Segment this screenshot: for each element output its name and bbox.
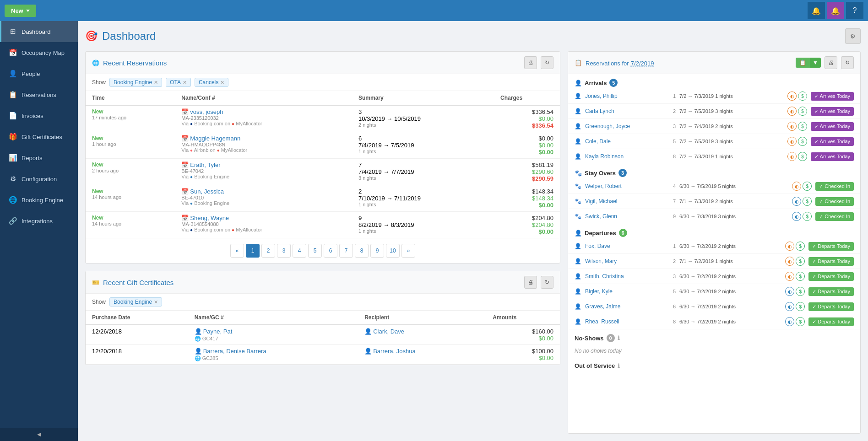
sidebar-item-occupancy-map[interactable]: 📅 Occupancy Map — [0, 42, 78, 63]
person-name-link[interactable]: Maggie Hagemann — [190, 135, 240, 142]
person-name-link[interactable]: Sun, Jessica — [190, 188, 224, 195]
new-button[interactable]: New — [5, 5, 36, 17]
stopover-name-link[interactable]: Welper, Robert — [585, 183, 658, 189]
gift-certs-refresh-button[interactable]: ↻ — [541, 276, 553, 289]
filter-ota[interactable]: OTA ✕ — [166, 78, 191, 87]
page-8-button[interactable]: 8 — [355, 244, 369, 258]
via-text: Via ● Booking.com on ● MyAllocator — [181, 121, 346, 126]
sidebar-item-integrations[interactable]: 🔗 Integrations — [0, 210, 78, 231]
page-2-button[interactable]: 2 — [261, 244, 275, 258]
departs-today-button[interactable]: ✓ Departs Today — [808, 317, 854, 326]
filter-booking-engine[interactable]: Booking Engine ✕ — [109, 78, 162, 87]
departs-today-button[interactable]: ✓ Departs Today — [808, 257, 854, 266]
arrival-name-link[interactable]: Carla Lynch — [585, 108, 658, 114]
departs-today-button[interactable]: ✓ Departs Today — [808, 272, 854, 281]
export-button[interactable]: 📋 — [796, 58, 810, 68]
page-settings-button[interactable]: ⚙ — [845, 28, 861, 44]
person-name-link[interactable]: Erath, Tyler — [190, 161, 220, 168]
reservations-refresh-button[interactable]: ↻ — [541, 56, 553, 69]
departure-name-link[interactable]: Rhea, Russell — [585, 318, 658, 325]
notification-icon-btn[interactable]: 🔔 — [827, 2, 844, 19]
departure-name-link[interactable]: Bigler, Kyle — [585, 288, 658, 295]
sidebar-item-invoices[interactable]: 📄 Invoices — [0, 105, 78, 126]
page-10-button[interactable]: 10 — [386, 244, 400, 258]
departure-name-link[interactable]: Smith, Christina — [585, 273, 658, 280]
checked-in-button[interactable]: ✓ Checked In — [815, 197, 854, 206]
conf-number: BE-47042 — [181, 168, 346, 174]
gc-date: 12/20/2018 — [86, 345, 188, 365]
departure-name-link[interactable]: Wilson, Mary — [585, 258, 658, 264]
today-refresh-button[interactable]: ↻ — [841, 56, 854, 69]
arrival-name-link[interactable]: Cole, Dale — [585, 138, 658, 145]
charge-total: $0.00 — [500, 135, 553, 142]
arrives-today-button[interactable]: ✓ Arrives Today — [811, 107, 854, 116]
sidebar-collapse-button[interactable]: ◀ — [0, 428, 78, 441]
departure-room: 5 — [662, 289, 676, 294]
gc-name-link[interactable]: Barrera, Denise Barrera — [203, 348, 266, 355]
no-shows-info-icon[interactable]: ℹ — [618, 335, 620, 341]
gc-recipient-link[interactable]: Clark, Dave — [373, 328, 404, 335]
gift-certs-print-button[interactable]: 🖨 — [524, 276, 537, 289]
arrival-name-link[interactable]: Greenough, Joyce — [585, 123, 658, 129]
person-name-link[interactable]: Sheng, Wayne — [190, 215, 229, 221]
reservations-print-button[interactable]: 🖨 — [524, 56, 537, 69]
sidebar-label-occupancy-map: Occupancy Map — [22, 49, 65, 56]
calendar-icon: 📅 — [181, 188, 189, 195]
page-6-button[interactable]: 6 — [324, 244, 337, 258]
bell-icon-btn[interactable]: 🔔 — [808, 2, 825, 19]
sidebar-item-reports[interactable]: 📊 Reports — [0, 147, 78, 168]
page-5-button[interactable]: 5 — [308, 244, 322, 258]
page-next-button[interactable]: » — [401, 244, 415, 258]
charge-due: $0.00 — [500, 202, 553, 209]
sidebar-label-configuration: Configuration — [22, 176, 57, 183]
via-text: Via ● Airbnb on ● MyAllocator — [181, 147, 346, 153]
departure-name-link[interactable]: Graves, Jaime — [585, 303, 658, 310]
checked-in-button[interactable]: ✓ Checked In — [815, 182, 854, 191]
page-prev-button[interactable]: « — [230, 244, 244, 258]
summary-dates: 8/2/2019 → 8/3/2019 — [358, 221, 488, 228]
arrives-today-button[interactable]: ✓ Arrives Today — [811, 152, 854, 161]
page-1-button[interactable]: 1 — [246, 244, 260, 258]
arrives-today-button[interactable]: ✓ Arrives Today — [811, 92, 854, 101]
gc-filter-booking-engine[interactable]: Booking Engine ✕ — [109, 297, 162, 307]
out-of-service-info-icon[interactable]: ℹ — [618, 363, 620, 369]
two-column-layout: 🌐 Recent Reservations 🖨 ↻ Show Booking E… — [85, 51, 861, 434]
charge-paid: $148.34 — [500, 195, 553, 202]
remove-cancels-icon[interactable]: ✕ — [220, 80, 224, 86]
reservations-today-date[interactable]: 7/2/2019 — [631, 60, 654, 67]
remove-booking-engine-icon[interactable]: ✕ — [154, 80, 158, 86]
arrives-today-button[interactable]: ✓ Arrives Today — [811, 137, 854, 146]
checked-in-button[interactable]: ✓ Checked In — [815, 212, 854, 221]
remove-ota-icon[interactable]: ✕ — [183, 80, 187, 86]
help-icon-btn[interactable]: ? — [846, 2, 863, 19]
filter-cancels[interactable]: Cancels ✕ — [195, 78, 228, 87]
arrival-name-link[interactable]: Jones, Phillip — [585, 93, 658, 99]
today-print-button[interactable]: 🖨 — [825, 56, 837, 69]
page-4-button[interactable]: 4 — [293, 244, 306, 258]
page-9-button[interactable]: 9 — [370, 244, 384, 258]
export-caret-button[interactable]: ▼ — [810, 58, 821, 68]
sidebar-item-people[interactable]: 👤 People — [0, 63, 78, 84]
gc-recipient-link[interactable]: Barrera, Joshua — [373, 348, 416, 355]
gc-remove-booking-engine-icon[interactable]: ✕ — [154, 299, 158, 305]
stopover-name-link[interactable]: Swick, Glenn — [585, 213, 658, 220]
departs-today-button[interactable]: ✓ Departs Today — [808, 287, 854, 296]
departure-name-link[interactable]: Fox, Dave — [585, 243, 658, 249]
sidebar-item-booking-engine[interactable]: 🌐 Booking Engine — [0, 189, 78, 210]
list-item: 🐾 Vigil, Michael 7 7/1 → 7/3/2019 2 nigh… — [568, 194, 860, 209]
arrives-today-button[interactable]: ✓ Arrives Today — [811, 122, 854, 131]
person-name-link[interactable]: voss, joseph — [190, 108, 223, 115]
sidebar-item-configuration[interactable]: ⚙ Configuration — [0, 168, 78, 189]
table-row: New 2 hours ago 📅Erath, Tyler BE-47042 V… — [86, 159, 560, 185]
sidebar-item-reservations[interactable]: 📋 Reservations — [0, 84, 78, 105]
page-3-button[interactable]: 3 — [277, 244, 291, 258]
arrival-name-link[interactable]: Kayla Robinson — [585, 153, 658, 160]
gift-certs-card-icon: 🎫 — [92, 279, 99, 286]
page-7-button[interactable]: 7 — [339, 244, 353, 258]
gc-name-link[interactable]: Payne, Pat — [203, 328, 233, 335]
departs-today-button[interactable]: ✓ Departs Today — [808, 242, 854, 251]
departs-today-button[interactable]: ✓ Departs Today — [808, 302, 854, 311]
sidebar-item-dashboard[interactable]: ⊞ Dashboard — [0, 21, 78, 42]
sidebar-item-gift-certificates[interactable]: 🎁 Gift Certificates — [0, 126, 78, 147]
stopover-name-link[interactable]: Vigil, Michael — [585, 198, 658, 204]
